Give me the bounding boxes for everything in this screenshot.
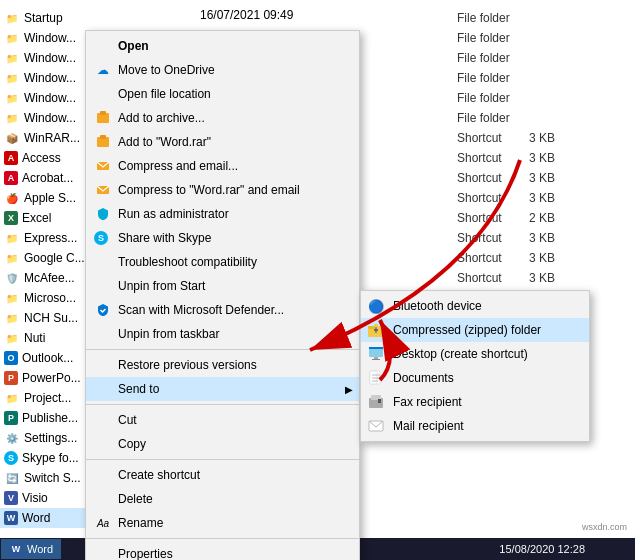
sidebar-label: WinRAR...	[24, 131, 80, 145]
sidebar-item-word[interactable]: W Word	[0, 508, 90, 528]
ctx-add-archive[interactable]: Add to archive...	[86, 106, 359, 130]
ctx-onedrive[interactable]: ☁ Move to OneDrive	[86, 58, 359, 82]
sidebar-label: McAfee...	[24, 271, 75, 285]
archive-icon: 📦	[4, 130, 20, 146]
sidebar-item-nch[interactable]: 📁 NCH Su...	[0, 308, 90, 328]
sidebar-label: Switch S...	[24, 471, 81, 485]
ctx-compress-email[interactable]: Compress and email...	[86, 154, 359, 178]
sidebar-item-windows4[interactable]: 📁 Window...	[0, 88, 90, 108]
sidebar-item-access[interactable]: A Access	[0, 148, 90, 168]
ctx-label: Add to archive...	[118, 111, 205, 125]
folder-icon: 📁	[4, 250, 20, 266]
ctx-unpin-taskbar[interactable]: Unpin from taskbar	[86, 322, 359, 346]
ctx-label: Compress and email...	[118, 159, 238, 173]
ctx-troubleshoot[interactable]: Troubleshoot compatibility	[86, 250, 359, 274]
file-list-item: Shortcut3 KB	[445, 268, 625, 288]
sidebar-item-settings[interactable]: ⚙️ Settings...	[0, 428, 90, 448]
sidebar-label: Express...	[24, 231, 77, 245]
file-list-item: File folder	[445, 48, 625, 68]
visio-icon: V	[4, 491, 18, 505]
switch-icon: 🔄	[4, 470, 20, 486]
sidebar-label: Word	[22, 511, 50, 525]
ctx-run-as-admin[interactable]: Run as administrator	[86, 202, 359, 226]
sidebar-item-visio[interactable]: V Visio	[0, 488, 90, 508]
sidebar-item-publisher[interactable]: P Publishe...	[0, 408, 90, 428]
svg-rect-1	[100, 111, 106, 115]
submenu-arrow-icon: ▶	[345, 384, 353, 395]
file-list-item: Shortcut3 KB	[445, 228, 625, 248]
ctx-compress-word-rar-email[interactable]: Compress to "Word.rar" and email	[86, 178, 359, 202]
ctx-label: Open	[118, 39, 149, 53]
submenu-label: Bluetooth device	[393, 299, 482, 313]
ctx-send-to[interactable]: Send to ▶	[86, 377, 359, 401]
sidebar-item-windows3[interactable]: 📁 Window...	[0, 68, 90, 88]
ctx-cut[interactable]: Cut	[86, 408, 359, 432]
sidebar-item-switch[interactable]: 🔄 Switch S...	[0, 468, 90, 488]
folder-icon: 📁	[4, 90, 20, 106]
ctx-create-shortcut[interactable]: Create shortcut	[86, 463, 359, 487]
sidebar-item-winrar[interactable]: 📦 WinRAR...	[0, 128, 90, 148]
sidebar-item-windows5[interactable]: 📁 Window...	[0, 108, 90, 128]
submenu-desktop[interactable]: Desktop (create shortcut)	[361, 342, 589, 366]
sidebar-label: Acrobat...	[22, 171, 73, 185]
sidebar-label: Microso...	[24, 291, 76, 305]
submenu-fax[interactable]: Fax recipient	[361, 390, 589, 414]
sidebar-label: Excel	[22, 211, 51, 225]
ctx-open[interactable]: Open	[86, 34, 359, 58]
sidebar-item-google[interactable]: 📁 Google C...	[0, 248, 90, 268]
sidebar-item-windows2[interactable]: 📁 Window...	[0, 48, 90, 68]
taskbar-word-item[interactable]: W Word	[1, 539, 61, 559]
ctx-label: Unpin from Start	[118, 279, 205, 293]
outlook-icon: O	[4, 351, 18, 365]
ctx-unpin-start[interactable]: Unpin from Start	[86, 274, 359, 298]
context-menu: Open ☁ Move to OneDrive Open file locati…	[85, 30, 360, 560]
sidebar-item-acrobat[interactable]: A Acrobat...	[0, 168, 90, 188]
submenu-bluetooth[interactable]: 🔵 Bluetooth device	[361, 294, 589, 318]
sidebar-item-mcafee[interactable]: 🛡️ McAfee...	[0, 268, 90, 288]
email-icon	[94, 157, 112, 175]
archive-icon	[94, 133, 112, 151]
ctx-delete[interactable]: Delete	[86, 487, 359, 511]
file-list-item: Shortcut3 KB	[445, 248, 625, 268]
submenu-compressed-folder[interactable]: Compressed (zipped) folder	[361, 318, 589, 342]
sidebar-item-startup[interactable]: 📁 Startup	[0, 8, 90, 28]
skype-icon: S	[94, 231, 108, 245]
ctx-restore-versions[interactable]: Restore previous versions	[86, 353, 359, 377]
folder-icon: 📁	[4, 330, 20, 346]
ctx-rename[interactable]: Aa Rename	[86, 511, 359, 535]
ctx-copy[interactable]: Copy	[86, 432, 359, 456]
ctx-add-word-rar[interactable]: Add to "Word.rar"	[86, 130, 359, 154]
sidebar-item-skype[interactable]: S Skype fo...	[0, 448, 90, 468]
sidebar-item-apple[interactable]: 🍎 Apple S...	[0, 188, 90, 208]
file-list-item: Shortcut2 KB	[445, 208, 625, 228]
folder-icon: 📁	[4, 110, 20, 126]
sidebar-item-express[interactable]: 📁 Express...	[0, 228, 90, 248]
sidebar-item-excel[interactable]: X Excel	[0, 208, 90, 228]
ctx-label: Restore previous versions	[118, 358, 257, 372]
ctx-label: Share with Skype	[118, 231, 211, 245]
taskbar-date: 15/08/2020 12:28	[499, 543, 585, 555]
ctx-defender-scan[interactable]: Scan with Microsoft Defender...	[86, 298, 359, 322]
sidebar-item-project[interactable]: 📁 Project...	[0, 388, 90, 408]
word-icon: W	[4, 511, 18, 525]
ctx-label: Send to	[118, 382, 159, 396]
sidebar-item-nuti[interactable]: 📁 Nuti	[0, 328, 90, 348]
sidebar-label: Window...	[24, 31, 76, 45]
ctx-label: Cut	[118, 413, 137, 427]
sidebar-item-powerpoint[interactable]: P PowerPo...	[0, 368, 90, 388]
sidebar-label: Settings...	[24, 431, 77, 445]
ctx-share-skype[interactable]: S Share with Skype	[86, 226, 359, 250]
ctx-properties[interactable]: Properties	[86, 542, 359, 560]
file-list-item: File folder	[445, 68, 625, 88]
file-list-item: Shortcut3 KB	[445, 148, 625, 168]
submenu-documents[interactable]: Documents	[361, 366, 589, 390]
submenu-mail[interactable]: Mail recipient	[361, 414, 589, 438]
ctx-open-location[interactable]: Open file location	[86, 82, 359, 106]
file-list-item: File folder	[445, 8, 625, 28]
sidebar-item-microsoft[interactable]: 📁 Microso...	[0, 288, 90, 308]
sidebar-item-outlook[interactable]: O Outlook...	[0, 348, 90, 368]
settings-icon: ⚙️	[4, 430, 20, 446]
submenu-send-to: 🔵 Bluetooth device Compressed (zipped) f…	[360, 290, 590, 442]
sidebar-item-windows1[interactable]: 📁 Window...	[0, 28, 90, 48]
shield-icon	[94, 205, 112, 223]
